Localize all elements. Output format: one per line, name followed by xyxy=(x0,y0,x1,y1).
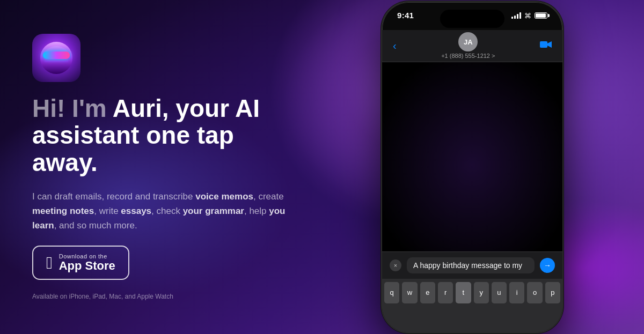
key-e[interactable]: e xyxy=(420,282,435,303)
contact-avatar: JA xyxy=(458,32,478,51)
dynamic-island xyxy=(440,10,504,28)
ai-face-graphic xyxy=(40,42,72,74)
status-icons: ⌘ xyxy=(511,12,547,20)
app-icon xyxy=(32,34,80,82)
signal-bar-2 xyxy=(514,16,516,19)
app-icon-inner xyxy=(32,34,80,82)
subtext: I can draft emails, record and transcrib… xyxy=(32,189,290,233)
key-t[interactable]: t xyxy=(456,282,471,303)
signal-bar-4 xyxy=(519,12,521,19)
contact-info: JA +1 (888) 555-1212 > xyxy=(441,32,495,59)
keyboard-row-1: q w e r t y u i o p xyxy=(384,282,560,303)
headline-text-dim: Hi! I'm xyxy=(32,94,113,122)
battery-fill xyxy=(536,13,546,18)
available-text: Available on iPhone, iPad, Mac, and Appl… xyxy=(32,293,290,300)
key-q[interactable]: q xyxy=(384,282,399,303)
page-content: Hi! I'm Auri, your AI assistant one tap … xyxy=(0,0,644,334)
keyboard: q w e r t y u i o p xyxy=(382,279,562,332)
app-store-button[interactable]:  Download on the App Store xyxy=(32,246,129,280)
key-w[interactable]: w xyxy=(402,282,417,303)
phone-mockup: 9:41 ⌘ ‹ JA xyxy=(381,1,564,333)
app-store-text-block: Download on the App Store xyxy=(59,253,115,272)
close-icon: × xyxy=(394,262,397,269)
headline-accent: Auri, your AI xyxy=(113,94,260,122)
app-store-large-label: App Store xyxy=(59,259,115,272)
signal-bar-1 xyxy=(511,17,513,19)
ai-suggestion-text[interactable]: A happy birthday message to my xyxy=(407,257,535,273)
ai-visor xyxy=(43,51,70,59)
ai-suggestion-bar: × A happy birthday message to my → xyxy=(382,251,562,279)
video-call-icon[interactable] xyxy=(540,40,552,51)
key-y[interactable]: y xyxy=(474,282,489,303)
contact-phone: +1 (888) 555-1212 > xyxy=(441,53,495,59)
messages-body xyxy=(382,62,562,268)
battery-icon xyxy=(535,12,547,19)
suggestion-close-button[interactable]: × xyxy=(390,259,401,271)
key-i[interactable]: i xyxy=(509,282,524,303)
send-suggestion-button[interactable]: → xyxy=(540,258,555,273)
key-u[interactable]: u xyxy=(492,282,507,303)
back-button[interactable]: ‹ xyxy=(393,40,397,52)
right-panel: 9:41 ⌘ ‹ JA xyxy=(322,1,644,333)
apple-icon:  xyxy=(46,254,53,271)
wifi-icon: ⌘ xyxy=(524,12,531,20)
key-p[interactable]: p xyxy=(545,282,560,303)
svg-rect-0 xyxy=(540,41,547,48)
key-o[interactable]: o xyxy=(527,282,542,303)
headline-part2: assistant one tap away. xyxy=(32,121,234,176)
messages-header: ‹ JA +1 (888) 555-1212 > xyxy=(382,30,562,62)
key-r[interactable]: r xyxy=(438,282,453,303)
left-panel: Hi! I'm Auri, your AI assistant one tap … xyxy=(0,7,322,328)
signal-bars-icon xyxy=(511,12,521,19)
send-icon: → xyxy=(544,261,551,270)
signal-bar-3 xyxy=(517,14,518,19)
status-time: 9:41 xyxy=(397,11,414,20)
headline: Hi! I'm Auri, your AI assistant one tap … xyxy=(32,95,290,176)
